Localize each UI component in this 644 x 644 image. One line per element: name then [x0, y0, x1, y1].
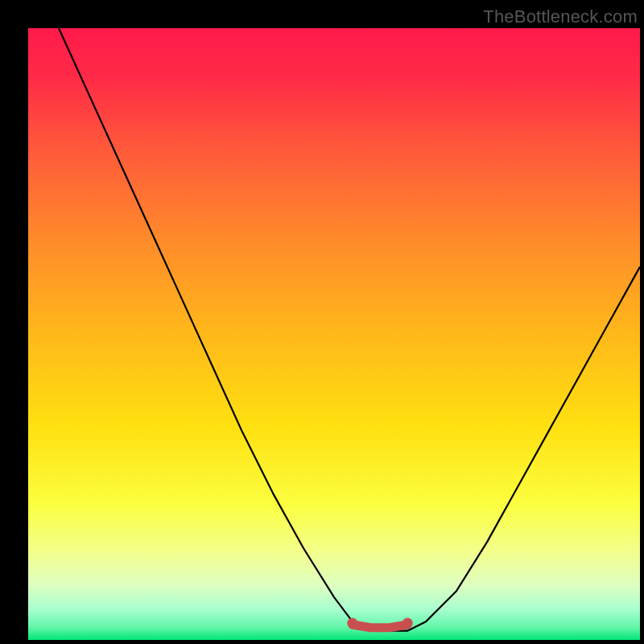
watermark-text: TheBottleneck.com — [483, 6, 638, 27]
trough-marker-dot — [402, 618, 413, 629]
trough-marker-dot — [347, 618, 357, 629]
bottleneck-curve — [28, 28, 640, 640]
curve-path — [59, 28, 640, 631]
chart-container: TheBottleneck.com — [0, 0, 644, 644]
trough-marker — [353, 625, 407, 628]
plot-area — [28, 28, 640, 640]
